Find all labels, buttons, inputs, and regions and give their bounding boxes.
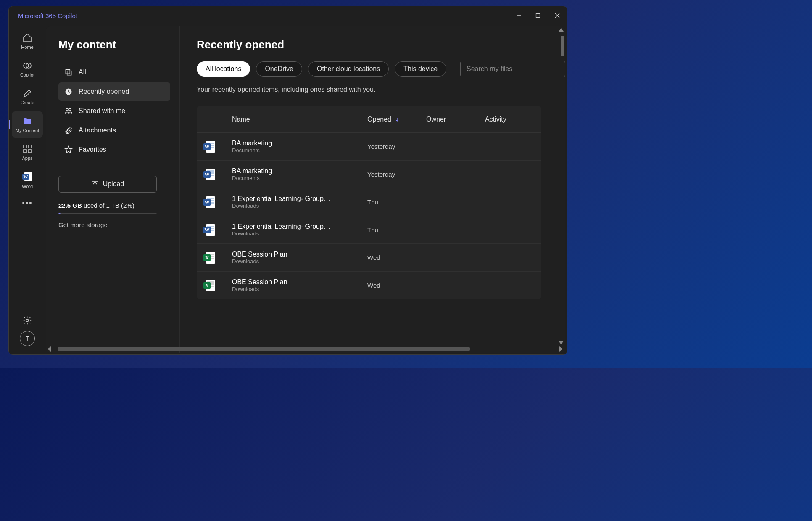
word-file-icon: W <box>203 223 216 237</box>
table-row[interactable]: WBA marketingDocumentsYesterday <box>197 133 541 161</box>
rail-item-home[interactable]: Home <box>12 28 43 54</box>
svg-rect-7 <box>28 145 31 148</box>
star-icon <box>64 145 73 154</box>
svg-point-13 <box>26 319 29 322</box>
horizontal-scrollbar-thumb[interactable] <box>58 347 470 351</box>
account-avatar[interactable]: T <box>20 331 35 346</box>
table-row[interactable]: XOBE Session PlanDownloadsWed <box>197 272 541 299</box>
rail-item-create[interactable]: Create <box>12 84 43 110</box>
people-icon <box>64 107 73 115</box>
svg-text:W: W <box>205 199 210 205</box>
close-button[interactable] <box>548 6 567 25</box>
filter-this-device[interactable]: This device <box>395 61 446 77</box>
clock-icon <box>64 87 73 96</box>
content-nav: All Recently opened Shared with me Attac… <box>58 63 170 159</box>
scroll-up-arrow[interactable] <box>559 28 564 32</box>
svg-text:W: W <box>205 227 210 233</box>
nav-label: All <box>79 69 86 76</box>
search-input[interactable] <box>460 61 565 77</box>
apps-icon <box>22 144 32 154</box>
svg-rect-9 <box>28 150 31 153</box>
file-name-block: 1 Experiential Learning- Group…Downloads <box>232 195 367 209</box>
file-location: Downloads <box>232 258 367 264</box>
rail-label: My Content <box>16 128 39 133</box>
table-row[interactable]: W1 Experiential Learning- Group…Download… <box>197 188 541 216</box>
table-row[interactable]: WBA marketingDocumentsYesterday <box>197 161 541 188</box>
scroll-down-arrow[interactable] <box>559 341 564 344</box>
minimize-button[interactable] <box>509 6 528 25</box>
word-file-icon: W <box>203 196 216 209</box>
ellipsis-icon: ••• <box>22 199 33 208</box>
rail-item-copilot[interactable]: Copilot <box>12 56 43 82</box>
svg-rect-8 <box>24 150 26 153</box>
rail-label: Copilot <box>20 72 34 77</box>
svg-text:X: X <box>205 283 209 288</box>
file-opened: Wed <box>367 282 426 289</box>
svg-text:W: W <box>205 172 210 177</box>
rail-item-more[interactable]: ••• <box>12 195 43 212</box>
nav-item-shared[interactable]: Shared with me <box>58 102 170 120</box>
svg-text:W: W <box>24 174 28 179</box>
nav-item-recent[interactable]: Recently opened <box>58 82 170 101</box>
filter-all-locations[interactable]: All locations <box>197 61 250 77</box>
upload-icon <box>91 180 99 188</box>
file-opened: Wed <box>367 254 426 261</box>
word-file-icon: W <box>203 168 216 181</box>
app-window: Microsoft 365 Copilot Home <box>8 6 567 355</box>
col-owner[interactable]: Owner <box>426 116 485 123</box>
nav-item-attachments[interactable]: Attachments <box>58 121 170 140</box>
gear-icon <box>23 316 32 325</box>
file-location: Documents <box>232 175 367 181</box>
file-name: OBE Session Plan <box>232 278 333 286</box>
nav-item-all[interactable]: All <box>58 63 170 82</box>
rail-item-word[interactable]: W Word <box>12 167 43 193</box>
storage-used: 22.5 GB <box>58 202 82 209</box>
filter-onedrive[interactable]: OneDrive <box>256 61 302 77</box>
nav-label: Recently opened <box>79 88 129 95</box>
window-controls <box>509 6 567 25</box>
folder-icon <box>22 116 32 126</box>
filter-other-cloud[interactable]: Other cloud locations <box>308 61 389 77</box>
upload-button[interactable]: Upload <box>58 176 157 193</box>
file-location: Downloads <box>232 203 367 209</box>
nav-item-favorites[interactable]: Favorites <box>58 140 170 159</box>
get-more-storage-link[interactable]: Get more storage <box>58 221 170 228</box>
file-opened: Yesterday <box>367 143 426 150</box>
col-opened[interactable]: Opened <box>367 116 426 123</box>
table-row[interactable]: W1 Experiential Learning- Group…Download… <box>197 216 541 244</box>
rail-label: Apps <box>22 156 32 161</box>
svg-rect-1 <box>536 14 540 18</box>
scroll-track[interactable] <box>53 347 557 351</box>
storage-rest: used of 1 TB (2%) <box>82 202 134 209</box>
avatar-initial: T <box>26 335 29 342</box>
files-table: Name Opened Owner Activity WBA marketing… <box>197 106 541 299</box>
horizontal-scrollbar[interactable] <box>47 346 563 352</box>
rail-item-apps[interactable]: Apps <box>12 139 43 165</box>
stack-icon <box>64 68 73 77</box>
storage-info: 22.5 GB used of 1 TB (2%) <box>58 202 157 214</box>
nav-label: Favorites <box>79 146 106 153</box>
settings-button[interactable] <box>23 316 32 325</box>
col-name[interactable]: Name <box>232 116 367 123</box>
table-row[interactable]: XOBE Session PlanDownloadsWed <box>197 244 541 272</box>
file-location: Downloads <box>232 286 367 292</box>
paperclip-icon <box>64 126 73 135</box>
svg-text:X: X <box>205 255 209 261</box>
word-file-icon: W <box>203 140 216 153</box>
filter-row: All locations OneDrive Other cloud locat… <box>197 61 565 77</box>
scroll-left-arrow[interactable] <box>47 346 51 352</box>
file-opened: Thu <box>367 198 426 206</box>
file-name-block: BA marketingDocuments <box>232 140 367 153</box>
nav-label: Attachments <box>79 127 116 134</box>
table-header: Name Opened Owner Activity <box>197 106 541 133</box>
pencil-icon <box>22 88 32 98</box>
file-name-block: OBE Session PlanDownloads <box>232 251 367 264</box>
col-activity[interactable]: Activity <box>485 116 535 123</box>
rail-label: Create <box>20 100 34 105</box>
upload-label: Upload <box>103 180 124 188</box>
scroll-right-arrow[interactable] <box>559 346 563 352</box>
rail-item-mycontent[interactable]: My Content <box>12 111 43 138</box>
svg-point-18 <box>69 108 71 111</box>
vertical-scrollbar-thumb[interactable] <box>561 36 564 56</box>
maximize-button[interactable] <box>528 6 548 25</box>
